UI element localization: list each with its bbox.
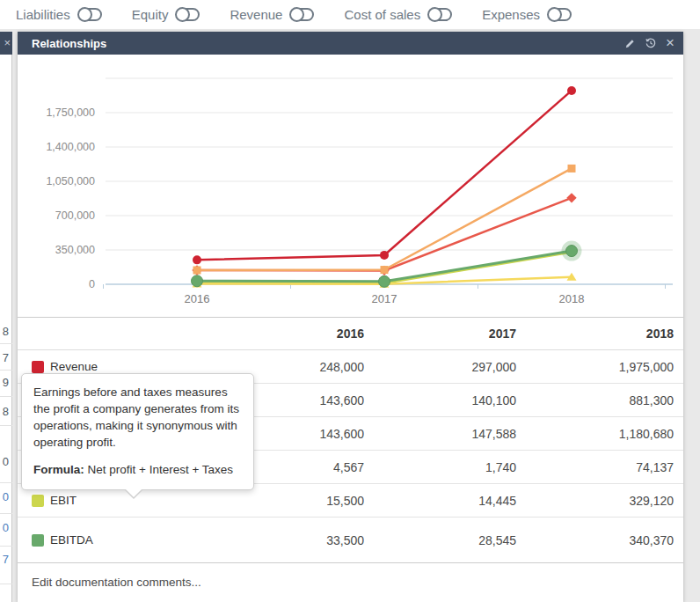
x-axis-label: 2016 (185, 292, 210, 305)
close-icon[interactable]: × (666, 35, 674, 50)
background-panel-digit: 0 (0, 521, 9, 534)
x-axis-label: 2018 (559, 292, 585, 305)
background-panel-digit: 7 (0, 351, 9, 364)
row-swatch (32, 361, 44, 373)
svg-text:350,000: 350,000 (55, 244, 95, 256)
cell-value: 33,500 (223, 533, 364, 547)
table-header-row: 201620172018 (18, 318, 683, 350)
relationships-chart[interactable]: 0350,000700,0001,050,0001,400,0001,750,0… (18, 55, 683, 317)
cell-value: 74,137 (516, 460, 674, 474)
divider (0, 546, 12, 547)
cell-value: 297,000 (364, 360, 516, 374)
background-panel: × 87980007 (0, 32, 12, 602)
cell-value: 881,300 (516, 393, 674, 407)
background-panel-digit: 8 (0, 405, 9, 418)
edit-documentation-comments[interactable]: Edit documentation comments... (18, 563, 683, 601)
toggle-label: Expenses (482, 7, 540, 22)
tooltip-formula-text: Net profit + Interest + Taxes (84, 463, 233, 476)
toggle-switch-icon[interactable] (548, 8, 572, 21)
svg-text:700,000: 700,000 (55, 209, 95, 222)
x-axis-label: 2017 (372, 292, 397, 305)
column-header: 2016 (223, 327, 364, 341)
column-header: 2018 (516, 327, 674, 341)
toggle-bar: LiabilitiesEquityRevenueCost of salesExp… (0, 0, 700, 29)
row-label: EBIT (50, 494, 77, 507)
toggle-switch-icon[interactable] (428, 8, 452, 21)
background-panel-digit: 0 (0, 455, 9, 468)
history-icon[interactable] (645, 37, 657, 49)
cell-value: 15,500 (223, 494, 364, 508)
svg-text:1,050,000: 1,050,000 (46, 175, 95, 187)
toggle-switch-icon[interactable] (176, 8, 200, 21)
toggle-label: Cost of sales (344, 7, 420, 22)
toggle-label: Revenue (230, 7, 282, 22)
cell-value: 28,545 (364, 533, 516, 547)
row-label: Revenue (50, 360, 98, 373)
edit-icon[interactable] (624, 38, 636, 49)
relationships-panel-header: Relationships × (18, 32, 683, 55)
row-swatch (32, 495, 44, 507)
toggle-label: Liabilities (16, 7, 70, 22)
svg-text:0: 0 (89, 278, 95, 290)
divider (0, 482, 12, 483)
panel-title: Relationships (32, 37, 624, 50)
line-chart-canvas: 0350,000700,0001,050,0001,400,0001,750,0… (18, 55, 683, 317)
background-panel-digit: 9 (0, 376, 9, 389)
toggle-liabilities[interactable]: Liabilities (16, 7, 102, 22)
row-label: EBITDA (50, 533, 93, 547)
background-panel-digit: 0 (0, 490, 9, 503)
divider (0, 425, 12, 426)
divider (0, 513, 12, 514)
tooltip-caret-fill (125, 488, 142, 497)
divider (0, 396, 12, 397)
ebit-tooltip: Earnings before and taxes measures the p… (21, 373, 254, 490)
cell-value: 1,180,680 (516, 427, 674, 441)
tooltip-formula: Formula: Net profit + Interest + Taxes (33, 461, 241, 478)
column-header: 2017 (364, 327, 516, 341)
svg-text:1,750,000: 1,750,000 (46, 106, 95, 119)
cell-value: 140,100 (364, 393, 516, 407)
row-swatch (32, 534, 44, 547)
toggle-cost-of-sales[interactable]: Cost of sales (344, 7, 452, 22)
background-panel-close-icon[interactable]: × (4, 36, 11, 49)
table-row[interactable]: EBITDA33,50028,545340,370 (18, 518, 683, 563)
cell-value: 1,740 (364, 460, 516, 474)
toggle-equity[interactable]: Equity (132, 7, 201, 22)
divider (0, 584, 12, 584)
toggle-switch-icon[interactable] (290, 8, 314, 21)
toggle-expenses[interactable]: Expenses (482, 7, 572, 22)
cell-value: 147,588 (364, 427, 516, 441)
tooltip-formula-label: Formula: (33, 463, 84, 476)
cell-value: 340,370 (516, 533, 674, 547)
cell-value: 1,975,000 (516, 360, 674, 374)
svg-text:1,400,000: 1,400,000 (46, 141, 95, 153)
toggle-switch-icon[interactable] (78, 8, 102, 21)
cell-value: 14,445 (364, 494, 516, 508)
divider (0, 343, 12, 344)
cell-value: 248,000 (223, 360, 364, 374)
divider (0, 370, 12, 371)
relationships-panel: Relationships × 0350,000700,0001,050,000… (18, 32, 683, 602)
background-panel-header: × (0, 32, 12, 55)
tooltip-description: Earnings before and taxes measures the p… (33, 384, 241, 451)
toggle-revenue[interactable]: Revenue (230, 7, 314, 22)
cell-value: 329,120 (516, 494, 674, 508)
toggle-label: Equity (132, 7, 169, 22)
background-panel-digit: 8 (0, 325, 9, 338)
background-panel-digit: 7 (0, 553, 9, 566)
